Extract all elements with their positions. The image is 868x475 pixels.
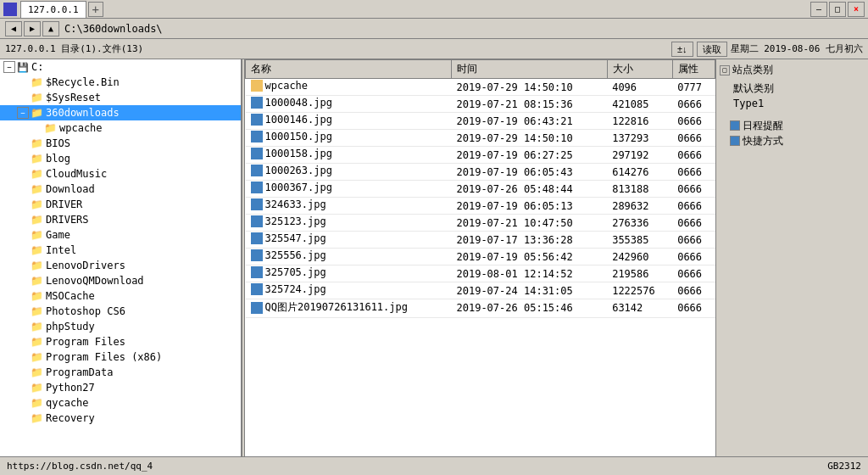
file-name-cell: 325724.jpg — [246, 282, 452, 299]
file-name-cell: 325547.jpg — [246, 232, 452, 249]
file-time-cell: 2019-07-17 13:36:28 — [452, 232, 608, 249]
checkbox-icon[interactable] — [730, 136, 740, 146]
table-row[interactable]: 325123.jpg2019-07-21 10:47:502763360666 — [246, 215, 715, 232]
sidebar-category-item[interactable]: 默认类别 — [720, 81, 865, 96]
folder-icon: 📁 — [31, 198, 43, 210]
folder-icon: 📁 — [31, 168, 43, 180]
tree-item-recovery[interactable]: 📁Recovery — [0, 411, 241, 426]
table-row[interactable]: 325547.jpg2019-07-17 13:36:283553850666 — [246, 232, 715, 249]
file-name: 1000150.jpg — [265, 131, 332, 142]
file-size-cell: 242960 — [607, 249, 672, 265]
tab-active[interactable]: 127.0.0.1 — [20, 1, 86, 18]
file-size-cell: 122816 — [607, 113, 672, 130]
table-row[interactable]: QQ图片20190726131611.jpg2019-07-26 05:15:4… — [246, 299, 715, 318]
sort-button[interactable]: ±↓ — [671, 42, 693, 57]
add-tab-button[interactable]: + — [88, 2, 103, 17]
tree-item-label: DRIVERS — [46, 214, 89, 226]
file-name-cell: 1000048.jpg — [246, 96, 452, 113]
tree-item-label: DRIVER — [46, 198, 82, 210]
tree-item-360downloads[interactable]: −📁360downloads — [0, 105, 241, 120]
column-header-属性[interactable]: 属性 — [672, 60, 715, 79]
tree-item-recycle[interactable]: 📁$Recycle.Bin — [0, 75, 241, 90]
up-button[interactable]: ▲ — [42, 21, 59, 36]
table-row[interactable]: 1000048.jpg2019-07-21 08:15:364210850666 — [246, 96, 715, 113]
tree-item-driver[interactable]: 📁DRIVER — [0, 197, 241, 212]
column-header-名称[interactable]: 名称 — [246, 60, 452, 79]
file-attr-cell: 0777 — [672, 79, 715, 96]
sidebar-category-item[interactable]: Type1 — [720, 96, 865, 111]
tree-item-programfiles[interactable]: 📁Program Files — [0, 334, 241, 349]
table-row[interactable]: 324633.jpg2019-07-19 06:05:132896320666 — [246, 198, 715, 215]
tree-item-label: 360downloads — [46, 107, 120, 119]
tree-item-wpcache[interactable]: 📁wpcache — [0, 120, 241, 136]
sidebar-checkbox-item[interactable]: 日程提醒 — [720, 118, 865, 133]
folder-icon: 📁 — [31, 92, 43, 103]
file-time-cell: 2019-07-19 06:27:25 — [452, 147, 608, 164]
sidebar-expand-btn[interactable]: □ — [720, 65, 730, 75]
file-icon — [251, 165, 263, 176]
maximize-button[interactable]: □ — [829, 2, 846, 17]
column-header-时间[interactable]: 时间 — [452, 60, 608, 79]
file-icon — [251, 266, 263, 278]
table-row[interactable]: 325556.jpg2019-07-19 05:56:422429600666 — [246, 249, 715, 265]
tree-item-python27[interactable]: 📁Python27 — [0, 380, 241, 395]
table-row[interactable]: 325724.jpg2019-07-24 14:31:0512225760666 — [246, 282, 715, 299]
forward-button[interactable]: ▶ — [24, 21, 41, 36]
tree-item-c-drive[interactable]: −💾C: — [0, 59, 241, 75]
tree-item-intel[interactable]: 📁Intel — [0, 243, 241, 258]
minimize-button[interactable]: — — [810, 2, 827, 17]
file-name: 325556.jpg — [265, 249, 326, 261]
sidebar-checkbox-item[interactable]: 快捷方式 — [720, 133, 865, 148]
sidebar-title-label: 站点类别 — [732, 63, 773, 77]
tree-item-label: MSOCache — [46, 290, 95, 302]
close-button[interactable]: × — [848, 2, 865, 17]
status-bar: https://blog.csdn.net/qq_4 GB2312 — [0, 456, 868, 475]
file-size-cell: 297192 — [607, 147, 672, 164]
tree-item-msocache[interactable]: 📁MSOCache — [0, 288, 241, 304]
file-name-cell: 325123.jpg — [246, 215, 452, 232]
back-button[interactable]: ◀ — [5, 21, 22, 36]
tree-panel: −💾C:📁$Recycle.Bin📁$SysReset−📁360download… — [0, 59, 242, 456]
column-header-大小[interactable]: 大小 — [607, 60, 672, 79]
table-row[interactable]: 1000367.jpg2019-07-26 05:48:448131880666 — [246, 181, 715, 198]
tree-item-game[interactable]: 📁Game — [0, 227, 241, 243]
table-row[interactable]: 1000263.jpg2019-07-19 06:05:436142760666 — [246, 164, 715, 181]
tree-item-cloudmusic[interactable]: 📁CloudMusic — [0, 166, 241, 182]
file-name: 325724.jpg — [265, 283, 326, 295]
table-row[interactable]: 1000146.jpg2019-07-19 06:43:211228160666 — [246, 113, 715, 130]
table-row[interactable]: 1000150.jpg2019-07-29 14:50:101372930666 — [246, 130, 715, 147]
folder-icon: 📁 — [31, 397, 43, 409]
directory-info: 127.0.0.1 目录(1).文件(13) — [5, 42, 143, 55]
checkbox-icon[interactable] — [730, 120, 740, 131]
file-attr-cell: 0666 — [672, 299, 715, 318]
tree-item-drivers[interactable]: 📁DRIVERS — [0, 212, 241, 227]
tree-item-lenovodrivers[interactable]: 📁LenovoDrivers — [0, 258, 241, 273]
table-row[interactable]: wpcache2019-07-29 14:50:1040960777 — [246, 79, 715, 96]
tree-item-sysreset[interactable]: 📁$SysReset — [0, 90, 241, 105]
tree-item-photoshop[interactable]: 📁Photoshop CS6 — [0, 304, 241, 319]
file-name: 1000367.jpg — [265, 182, 332, 193]
tree-item-qycache[interactable]: 📁qycache — [0, 395, 241, 411]
tree-item-label: Intel — [46, 244, 76, 256]
folder-icon — [251, 80, 263, 92]
expand-btn-c-drive[interactable]: − — [3, 61, 15, 73]
folder-icon: 📁 — [31, 412, 43, 424]
tree-item-blog[interactable]: 📁blog — [0, 151, 241, 166]
tree-item-programfilesx86[interactable]: 📁Program Files (x86) — [0, 349, 241, 365]
tree-item-programdata[interactable]: 📁ProgramData — [0, 365, 241, 380]
file-size-cell: 421085 — [607, 96, 672, 113]
tree-item-download[interactable]: 📁Download — [0, 182, 241, 197]
table-row[interactable]: 325705.jpg2019-08-01 12:14:522195860666 — [246, 265, 715, 282]
file-name: QQ图片20190726131611.jpg — [265, 300, 409, 315]
tree-item-label: LenovoDrivers — [46, 260, 125, 271]
file-size-cell: 219586 — [607, 265, 672, 282]
tree-item-phpstudy[interactable]: 📁phpStudy — [0, 319, 241, 334]
tree-item-bios[interactable]: 📁BIOS — [0, 136, 241, 151]
file-size-cell: 137293 — [607, 130, 672, 147]
folder-icon: 📁 — [31, 351, 43, 363]
table-row[interactable]: 1000158.jpg2019-07-19 06:27:252971920666 — [246, 147, 715, 164]
expand-btn-360downloads[interactable]: − — [17, 107, 29, 119]
tree-item-lenovoqmdownload[interactable]: 📁LenovoQMDownload — [0, 273, 241, 288]
file-name-cell: 325705.jpg — [246, 265, 452, 282]
read-button[interactable]: 读取 — [697, 42, 727, 57]
